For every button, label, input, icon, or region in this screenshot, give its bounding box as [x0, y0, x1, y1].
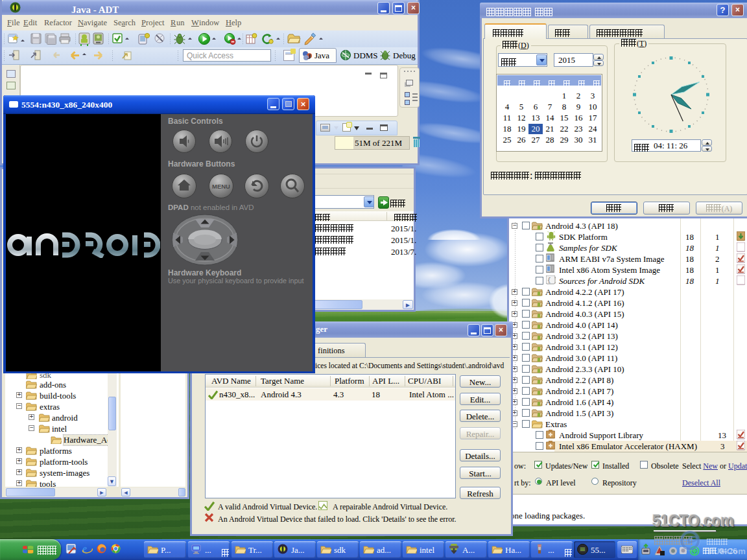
svg-text:MENU: MENU: [212, 183, 230, 190]
svg-text:J: J: [307, 52, 311, 60]
